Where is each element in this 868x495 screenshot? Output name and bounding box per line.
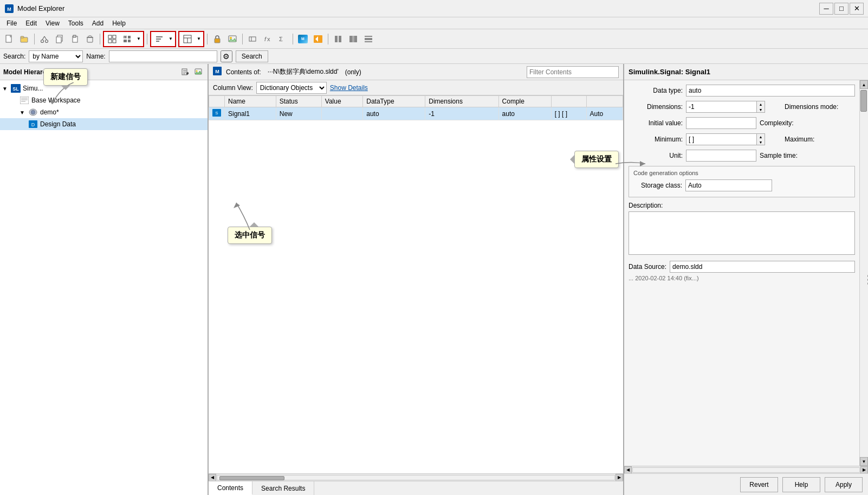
matlab-button[interactable]: M — [296, 32, 310, 46]
search-button[interactable]: Search — [236, 50, 268, 62]
initial-value-input[interactable] — [686, 117, 756, 129]
vscroll-up-btn[interactable]: ▲ — [860, 80, 868, 89]
extra1-button[interactable] — [331, 32, 345, 46]
tool1-button[interactable] — [245, 32, 260, 46]
spin-down[interactable]: ▼ — [757, 107, 765, 112]
tree-item-demo[interactable]: ▼ demo* — [0, 106, 208, 118]
tab-contents[interactable]: Contents — [209, 481, 252, 495]
help-button[interactable]: Help — [782, 477, 820, 492]
tree-item-base-workspace[interactable]: Base Workspace — [0, 94, 208, 106]
close-button[interactable]: ✕ — [850, 3, 864, 15]
vscroll-down-btn[interactable]: ▼ — [860, 457, 868, 466]
search-settings-button[interactable]: ⚙ — [221, 50, 232, 62]
menu-edit[interactable]: Edit — [21, 18, 41, 28]
hscroll-right-btn[interactable]: ▶ — [616, 474, 623, 481]
row-auto: Auto — [586, 107, 623, 120]
hscroll-thumb[interactable] — [219, 476, 284, 480]
storage-class-input[interactable] — [685, 179, 772, 191]
svg-rect-24 — [124, 40, 127, 42]
storage-class-row: Storage class: — [633, 179, 850, 191]
row-complexity: auto — [498, 107, 551, 120]
col-name: Name — [225, 96, 276, 107]
tree-toggle-demo[interactable]: ▼ — [20, 110, 28, 115]
left-panel-icons — [179, 66, 204, 78]
menu-view[interactable]: View — [41, 18, 64, 28]
svg-line-7 — [42, 36, 44, 40]
hscroll-track — [217, 475, 615, 480]
maximize-button[interactable]: □ — [834, 3, 848, 15]
sort-button[interactable] — [152, 33, 167, 46]
cut-button[interactable] — [37, 32, 51, 46]
menu-add[interactable]: Add — [88, 18, 108, 28]
tree-item-design-data[interactable]: D Design Data — [0, 118, 208, 130]
right-panel-content: Data type: Dimensions: ▲ ▼ Dimensions mo… — [624, 80, 859, 466]
column-view-select[interactable]: Dictionary Objects All Bus Objects — [256, 82, 327, 94]
search-bar: Search: by Name by Type by Value Name: ⚙… — [0, 49, 868, 64]
copy-button[interactable] — [53, 32, 67, 46]
content-table: Name Status Value DataType Dimensions Co… — [209, 95, 623, 120]
code-gen-section: Code generation options Storage class: — [629, 166, 855, 197]
spin-down-min[interactable]: ▼ — [757, 139, 765, 145]
menu-file[interactable]: File — [2, 18, 21, 28]
simulink-button[interactable] — [311, 32, 325, 46]
search-by-select[interactable]: by Name by Type by Value — [29, 50, 83, 62]
data-type-input[interactable] — [686, 85, 855, 97]
new-file-button[interactable] — [2, 32, 16, 46]
open-file-button[interactable] — [17, 32, 31, 46]
table-row[interactable]: S Signal1 New auto -1 auto [ ] [ ] Auto — [209, 107, 623, 120]
show-details-link[interactable]: Show Details — [330, 84, 368, 92]
paste-button[interactable] — [68, 32, 82, 46]
dimensions-input[interactable] — [686, 101, 756, 113]
view-dropdown-button[interactable]: ▼ — [135, 33, 142, 46]
minimum-spin[interactable]: ▲ ▼ — [756, 133, 765, 145]
lock-button[interactable] — [210, 32, 224, 46]
callout-selected-signal-text: 选中信号 — [235, 230, 265, 239]
menu-help[interactable]: Help — [108, 18, 130, 28]
search-input[interactable] — [109, 50, 217, 62]
col-status: Status — [276, 96, 321, 107]
right-hscroll-left-btn[interactable]: ◀ — [624, 466, 632, 474]
datasource-input[interactable] — [670, 261, 855, 273]
minimum-input[interactable] — [686, 133, 756, 145]
revert-button[interactable]: Revert — [740, 477, 778, 492]
hscroll-left-btn[interactable]: ◀ — [209, 474, 216, 481]
description-textarea[interactable] — [629, 211, 855, 255]
delete-button[interactable] — [83, 32, 97, 46]
name-label: Name: — [86, 53, 105, 60]
svg-text:Σ: Σ — [279, 36, 283, 42]
right-hscroll-right-btn[interactable]: ▶ — [860, 466, 868, 474]
menu-tools[interactable]: Tools — [64, 18, 88, 28]
tool3-button[interactable]: Σ — [276, 32, 290, 46]
svg-rect-45 — [352, 36, 354, 42]
tool2-button[interactable]: f x — [261, 32, 275, 46]
image-icon-btn[interactable] — [192, 66, 204, 78]
row-dims2: [ ] [ ] — [551, 107, 586, 120]
tab-search-results[interactable]: Search Results — [252, 481, 314, 495]
filter-input[interactable] — [527, 66, 619, 78]
spin-up-min[interactable]: ▲ — [757, 134, 765, 139]
image-button[interactable] — [225, 32, 239, 46]
layout-dropdown-button[interactable]: ▼ — [195, 33, 203, 46]
edit-icon-btn[interactable] — [179, 66, 191, 78]
minimum-field-group: ▲ ▼ — [686, 133, 781, 145]
apply-button[interactable]: Apply — [825, 477, 863, 492]
unit-input[interactable] — [686, 150, 756, 162]
tree-item-simulink[interactable]: ▼ SL Simu... — [0, 82, 208, 94]
contents-of-label: Contents of: — [226, 68, 261, 76]
demo-icon — [28, 107, 38, 117]
extra3-button[interactable] — [361, 32, 375, 46]
grid-view-button[interactable] — [105, 33, 120, 46]
tree-toggle-simulink[interactable]: ▼ — [2, 86, 11, 92]
contents-qualifier: (only) — [345, 68, 361, 76]
vscroll-track — [860, 89, 868, 457]
list-view-button[interactable]: 12 — [120, 33, 135, 46]
dimensions-spin[interactable]: ▲ ▼ — [756, 101, 765, 113]
layout-button[interactable] — [180, 33, 195, 46]
svg-rect-33 — [215, 38, 220, 43]
spin-up[interactable]: ▲ — [757, 101, 765, 107]
sort-dropdown-button[interactable]: ▼ — [167, 33, 174, 46]
minimize-button[interactable]: ─ — [819, 3, 833, 15]
vscroll-thumb[interactable] — [860, 90, 867, 112]
extra2-button[interactable] — [346, 32, 360, 46]
tree-label-simulink: Simu... — [23, 85, 43, 92]
